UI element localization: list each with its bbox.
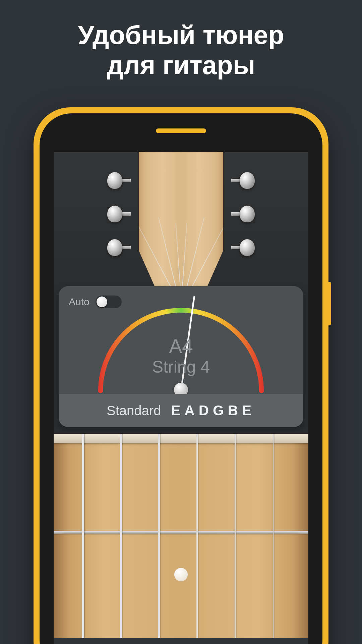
detected-string: String 4 (152, 357, 210, 377)
headstock-area (54, 152, 308, 293)
detected-note: A4 (152, 335, 210, 357)
phone-bezel: Auto (40, 113, 322, 644)
fret-marker-dot (174, 568, 188, 581)
headline-line1: Удобный тюнер (78, 20, 284, 50)
tuner-meter-panel: Auto (59, 286, 303, 427)
tuning-selector[interactable]: Standard EADGBE (59, 394, 303, 427)
tuning-name: Standard (107, 403, 161, 418)
fret-wire (54, 531, 308, 534)
headstock-string (182, 222, 187, 293)
guitar-headstock (134, 152, 228, 293)
tuning-peg[interactable] (231, 206, 255, 222)
phone-power-button (328, 282, 331, 325)
guitar-string[interactable] (196, 434, 198, 638)
guitar-string[interactable] (120, 434, 122, 638)
promo-headline: Удобный тюнер для гитары (0, 20, 362, 80)
tuning-peg[interactable] (231, 239, 255, 256)
guitar-string[interactable] (82, 434, 84, 638)
phone-frame: Auto (34, 107, 328, 644)
bottom-nav: Tuner A 4 (54, 638, 308, 644)
nav-tuner[interactable]: Tuner (54, 638, 117, 644)
nav-pitch[interactable]: A 4 (181, 638, 245, 644)
tuning-peg[interactable] (107, 239, 131, 256)
tuning-peg[interactable] (231, 172, 255, 189)
tuning-peg[interactable] (107, 172, 131, 189)
guitar-string[interactable] (235, 434, 236, 638)
guitar-nut (54, 434, 308, 443)
headstock-string (175, 222, 181, 293)
guitar-string[interactable] (158, 434, 160, 638)
guitar-string[interactable] (273, 434, 274, 638)
fretboard[interactable] (54, 434, 308, 638)
auto-label: Auto (69, 296, 89, 308)
note-readout: A4 String 4 (152, 335, 210, 377)
nav-fork[interactable] (117, 638, 181, 644)
tuning-peg[interactable] (107, 206, 131, 222)
nav-instruments[interactable] (245, 638, 308, 644)
app-screen: Auto (54, 152, 308, 644)
phone-speaker (156, 128, 206, 133)
headline-line2: для гитары (107, 50, 255, 80)
tuning-notes: EADGBE (171, 402, 255, 419)
